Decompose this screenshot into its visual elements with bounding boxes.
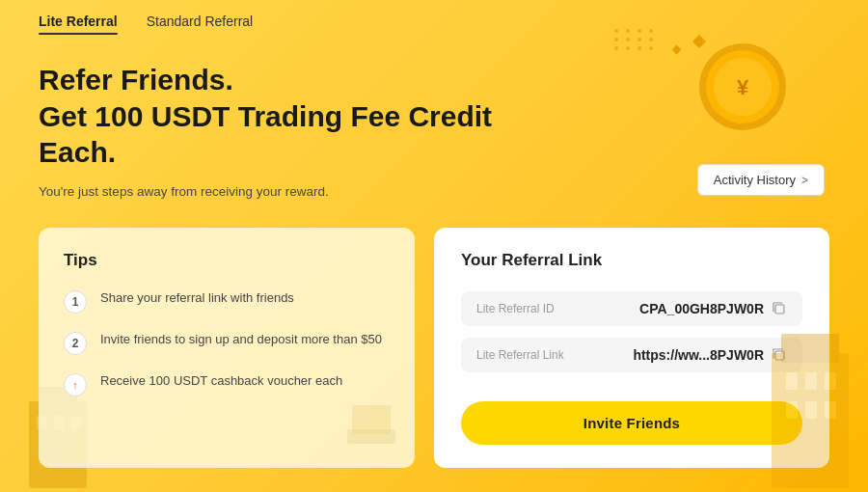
tips-card: Tips 1 Share your referral link with fri… <box>39 228 415 468</box>
referral-id-label: Lite Referral ID <box>476 302 583 315</box>
referral-card: Your Referral Link Lite Referral ID CPA_… <box>434 228 829 468</box>
referral-title: Your Referral Link <box>461 251 802 270</box>
svg-rect-19 <box>775 305 784 314</box>
tip-number-1: 1 <box>64 290 87 314</box>
tip-text-2: Invite friends to sign up and deposit mo… <box>100 331 382 348</box>
tips-title: Tips <box>64 251 390 270</box>
tip-number-2: 2 <box>64 332 87 355</box>
cards-row: Tips 1 Share your referral link with fri… <box>39 228 829 468</box>
activity-history-label: Activity History <box>714 173 796 187</box>
tab-standard-referral[interactable]: Standard Referral <box>147 14 254 35</box>
activity-history-arrow: > <box>801 174 808 187</box>
referral-link-label: Lite Referral Link <box>476 348 583 362</box>
tab-lite-referral[interactable]: Lite Referral <box>39 14 118 35</box>
tip-item-3: ↑ Receive 100 USDT cashback voucher each <box>64 372 390 396</box>
activity-history-button[interactable]: Activity History > <box>697 164 825 196</box>
svg-rect-20 <box>775 351 784 360</box>
tip-item-1: 1 Share your referral link with friends <box>64 289 390 314</box>
copy-id-icon[interactable] <box>772 301 787 316</box>
tip-text-1: Share your referral link with friends <box>100 289 294 307</box>
referral-id-value: CPA_00GH8PJW0R <box>639 301 787 316</box>
tips-card-deco <box>342 396 400 453</box>
tip-text-3: Receive 100 USDT cashback voucher each <box>100 372 342 390</box>
tabs-navigation: Lite Referral Standard Referral <box>39 0 829 44</box>
page-wrapper: ¥ Lite Referral Standard Referral <box>0 0 868 492</box>
hero-title: Refer Friends. Get 100 USDT Trading Fee … <box>39 62 569 171</box>
svg-rect-18 <box>347 429 395 444</box>
referral-link-field: Lite Referral Link https://ww...8PJW0R <box>461 338 802 372</box>
invite-friends-button[interactable]: Invite Friends <box>461 401 802 445</box>
tip-item-2: 2 Invite friends to sign up and deposit … <box>64 331 390 355</box>
referral-id-field: Lite Referral ID CPA_00GH8PJW0R <box>461 291 802 326</box>
referral-link-value: https://ww...8PJW0R <box>633 347 787 363</box>
deco-diamond-1 <box>673 46 680 53</box>
tip-usdt-icon: ↑ <box>64 373 87 396</box>
copy-link-icon[interactable] <box>772 347 787 363</box>
